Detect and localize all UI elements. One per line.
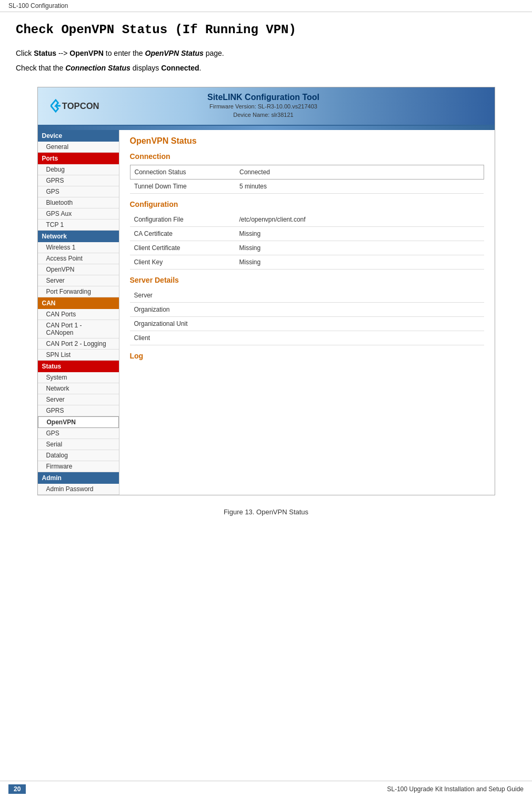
page-number: 20 — [8, 784, 26, 794]
org-unit-label: Organizational Unit — [130, 316, 235, 331]
panel-title: OpenVPN Status — [130, 136, 484, 146]
sidebar-item-debug[interactable]: Debug — [38, 164, 119, 175]
sidebar-item-gps[interactable]: GPS — [38, 186, 119, 197]
tunnel-down-label: Tunnel Down Time — [130, 179, 235, 193]
config-file-value: /etc/openvpn/client.conf — [235, 213, 484, 227]
sidebar-item-general[interactable]: General — [38, 142, 119, 153]
sidebar-item-serial[interactable]: Serial — [38, 439, 119, 450]
sitelink-title-block: SiteLINK Configuration Tool Firmware Ver… — [207, 93, 319, 119]
sidebar-item-server[interactable]: Server — [38, 275, 119, 286]
client-key-value: Missing — [235, 255, 484, 269]
configuration-table: Configuration File /etc/openvpn/client.c… — [130, 213, 484, 270]
sidebar-item-can-ports[interactable]: CAN Ports — [38, 309, 119, 320]
main-panel: OpenVPN Status Connection Connection Sta… — [119, 130, 495, 495]
client-cert-label: Client Certificate — [130, 241, 235, 255]
client-cert-row: Client Certificate Missing — [130, 241, 484, 255]
org-unit-value — [235, 316, 484, 331]
client-key-label: Client Key — [130, 255, 235, 269]
device-body: Device General Ports Debug GPRS GPS Blue… — [38, 130, 495, 495]
chapter-title: Check OpenVPN Status (If Running VPN) — [16, 23, 516, 37]
device-screenshot: TOPCON SiteLINK Configuration Tool Firmw… — [37, 87, 495, 495]
org-row: Organization — [130, 302, 484, 316]
sidebar-item-spn-list[interactable]: SPN List — [38, 350, 119, 361]
topcon-logo: TOPCON — [48, 95, 112, 116]
blue-stripe — [38, 126, 495, 130]
sidebar-item-gprs[interactable]: GPRS — [38, 175, 119, 186]
sidebar-item-gprs-status[interactable]: GPRS — [38, 405, 119, 416]
server-section-label: Server Details — [130, 276, 484, 284]
org-unit-row: Organizational Unit — [130, 316, 484, 331]
sitelink-device-name: Device Name: slr38121 — [207, 111, 319, 119]
sidebar-section-network: Network — [38, 231, 119, 242]
svg-text:TOPCON: TOPCON — [62, 101, 99, 111]
page-content: Check OpenVPN Status (If Running VPN) Cl… — [0, 12, 532, 553]
connection-section-label: Connection — [130, 152, 484, 161]
server-label: Server — [130, 288, 235, 303]
sidebar-section-device: Device — [38, 130, 119, 142]
sidebar-section-ports: Ports — [38, 153, 119, 164]
sidebar-item-openvpn-nav[interactable]: OpenVPN — [38, 264, 119, 275]
sidebar-item-system[interactable]: System — [38, 372, 119, 383]
sidebar-section-admin: Admin — [38, 472, 119, 484]
org-label: Organization — [130, 302, 235, 316]
sidebar-item-can-port1[interactable]: CAN Port 1 - CANopen — [38, 320, 119, 338]
tunnel-down-value: 5 minutes — [235, 179, 484, 193]
page-header: SL-100 Configuration — [0, 0, 532, 12]
intro-line1: Click Status --> OpenVPN to enter the Op… — [16, 47, 516, 59]
org-value — [235, 302, 484, 316]
sidebar-section-status: Status — [38, 361, 119, 372]
sidebar-item-openvpn-status[interactable]: OpenVPN — [38, 416, 119, 428]
connection-status-value: Connected — [235, 165, 484, 179]
ca-cert-label: CA Certificate — [130, 226, 235, 241]
footer-right-text: SL-100 Upgrade Kit Installation and Setu… — [387, 785, 524, 793]
sidebar-item-bluetooth[interactable]: Bluetooth — [38, 197, 119, 208]
configuration-section-label: Configuration — [130, 200, 484, 208]
header-title: SL-100 Configuration — [8, 2, 68, 9]
log-area — [130, 364, 484, 406]
sidebar-item-gps-status[interactable]: GPS — [38, 428, 119, 439]
sidebar-item-network[interactable]: Network — [38, 383, 119, 394]
client-cert-value: Missing — [235, 241, 484, 255]
config-file-label: Configuration File — [130, 213, 235, 227]
log-section-label: Log — [130, 352, 484, 360]
sidebar-item-server-status[interactable]: Server — [38, 394, 119, 405]
client-value — [235, 331, 484, 345]
client-label: Client — [130, 331, 235, 345]
connection-table: Connection Status Connected Tunnel Down … — [130, 165, 484, 194]
config-file-row: Configuration File /etc/openvpn/client.c… — [130, 213, 484, 227]
topcon-logo-svg: TOPCON — [48, 95, 112, 116]
figure-caption: Figure 13. OpenVPN Status — [16, 508, 516, 516]
server-row: Server — [130, 288, 484, 303]
sidebar-item-can-port2[interactable]: CAN Port 2 - Logging — [38, 338, 119, 350]
intro-line2: Check that the Connection Status display… — [16, 62, 516, 74]
sidebar: Device General Ports Debug GPRS GPS Blue… — [38, 130, 119, 495]
server-table: Server Organization Organizational Unit … — [130, 288, 484, 345]
server-value — [235, 288, 484, 303]
sidebar-item-wireless1[interactable]: Wireless 1 — [38, 242, 119, 253]
sidebar-item-tcp1[interactable]: TCP 1 — [38, 220, 119, 231]
sidebar-section-can: CAN — [38, 297, 119, 309]
sidebar-item-firmware[interactable]: Firmware — [38, 461, 119, 472]
tunnel-down-row: Tunnel Down Time 5 minutes — [130, 179, 484, 193]
client-row: Client — [130, 331, 484, 345]
sidebar-item-admin-password[interactable]: Admin Password — [38, 484, 119, 495]
connection-status-row: Connection Status Connected — [130, 165, 484, 179]
page-footer: 20 SL-100 Upgrade Kit Installation and S… — [0, 781, 532, 797]
connection-status-label: Connection Status — [130, 165, 235, 179]
sidebar-item-datalog[interactable]: Datalog — [38, 450, 119, 461]
sitelink-title: SiteLINK Configuration Tool — [207, 93, 319, 102]
client-key-row: Client Key Missing — [130, 255, 484, 269]
sitelink-firmware: Firmware Version: SL-R3-10.00.vs217403 — [207, 102, 319, 111]
ca-cert-value: Missing — [235, 226, 484, 241]
sitelink-header: TOPCON SiteLINK Configuration Tool Firmw… — [38, 87, 495, 126]
sidebar-item-gps-aux[interactable]: GPS Aux — [38, 208, 119, 220]
ca-cert-row: CA Certificate Missing — [130, 226, 484, 241]
sidebar-item-access-point[interactable]: Access Point — [38, 253, 119, 264]
sidebar-item-port-forwarding[interactable]: Port Forwarding — [38, 286, 119, 297]
